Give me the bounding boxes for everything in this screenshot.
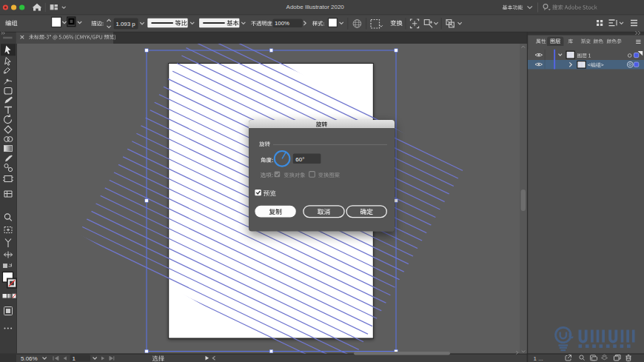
svg-text:Adobe Illustrator 2020: Adobe Illustrator 2020: [286, 4, 345, 10]
svg-text:5.06%: 5.06%: [21, 355, 38, 362]
svg-text:1 ...: 1 ...: [534, 355, 543, 362]
svg-text:60°: 60°: [295, 156, 304, 163]
svg-text:100%: 100%: [275, 20, 289, 27]
svg-text:1.093 p: 1.093 p: [116, 21, 136, 27]
svg-text:1: 1: [73, 355, 76, 362]
